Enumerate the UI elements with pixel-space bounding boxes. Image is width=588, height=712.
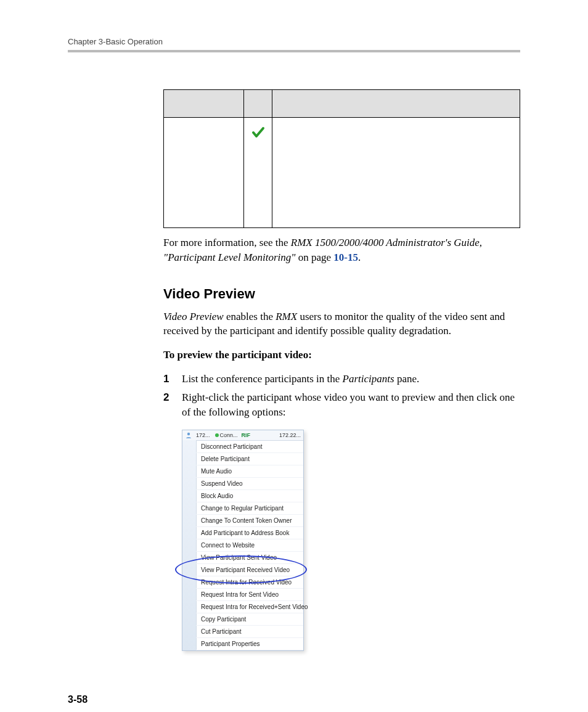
text: 172.22... <box>279 432 301 438</box>
text: For more information, see the <box>163 237 291 248</box>
menu-item[interactable]: View Participant Received Video <box>196 564 303 576</box>
menu-item[interactable]: Suspend Video <box>196 478 303 490</box>
menu-item[interactable]: Request Intra for Received Video <box>196 576 303 589</box>
menu-item[interactable]: Request Intra for Sent Video <box>196 589 303 601</box>
header-rule <box>68 50 520 52</box>
text: on page <box>295 252 333 263</box>
text: pane. <box>394 373 420 385</box>
text: List the conference participants in the <box>182 373 343 385</box>
check-icon <box>251 125 266 140</box>
participant-row: 172... Conn... RIF 172.22... <box>182 430 303 441</box>
participant-icon <box>185 432 192 439</box>
step-number: 2 <box>163 390 182 405</box>
term: Video Preview <box>163 311 224 322</box>
page-ref-link[interactable]: 10-15 <box>333 252 358 263</box>
intro-paragraph: Video Preview enables the RMX users to m… <box>163 309 520 339</box>
svg-point-1 <box>215 433 219 437</box>
menu-item[interactable]: Participant Properties <box>196 638 303 650</box>
menu-item[interactable]: Delete Participant <box>196 453 303 465</box>
procedure-steps: 1 List the conference participants in th… <box>163 372 520 419</box>
table-cell-check <box>244 118 272 228</box>
menu-item[interactable]: Add Participant to Address Book <box>196 527 303 539</box>
text: . <box>358 252 361 263</box>
menu-item[interactable]: Cut Participant <box>196 626 303 638</box>
svg-point-0 <box>187 432 190 435</box>
menu-item[interactable]: Copy Participant <box>196 613 303 626</box>
menu-item[interactable]: Mute Audio <box>196 465 303 478</box>
table-header-cell <box>164 90 244 118</box>
term: Participants <box>343 373 394 385</box>
table-header-cell <box>244 90 272 118</box>
chapter-header: Chapter 3-Basic Operation <box>68 37 520 46</box>
status-dot-icon <box>214 432 220 438</box>
menu-item[interactable]: Change to Regular Participant <box>196 502 303 515</box>
step: 2 Right-click the participant whose vide… <box>163 390 520 420</box>
menu-item[interactable]: Request Intra for Received+Sent Video <box>196 601 303 613</box>
context-menu-screenshot: 172... Conn... RIF 172.22... Disconnect … <box>182 430 520 651</box>
step: 1 List the conference participants in th… <box>163 372 520 387</box>
text: Conn... <box>220 432 238 438</box>
badge: RIF <box>242 432 251 438</box>
term: RMX <box>276 311 297 322</box>
menu-items: Disconnect Participant Delete Participan… <box>182 441 303 650</box>
text: 172... <box>196 432 210 438</box>
page-number: 3-58 <box>68 694 520 705</box>
step-number: 1 <box>163 372 182 387</box>
table-cell <box>164 118 244 228</box>
menu-item[interactable]: Change To Content Token Owner <box>196 515 303 527</box>
table-cell <box>272 118 520 228</box>
context-menu: 172... Conn... RIF 172.22... Disconnect … <box>182 430 304 651</box>
status-table <box>163 89 520 228</box>
menu-item[interactable]: Connect to Website <box>196 539 303 552</box>
step-text: List the conference participants in the … <box>182 372 419 387</box>
menu-item[interactable]: View Participant Sent Video <box>196 552 303 564</box>
step-text: Right-click the participant whose video … <box>182 390 520 420</box>
menu-item[interactable]: Block Audio <box>196 490 303 502</box>
menu-item[interactable]: Disconnect Participant <box>196 441 303 453</box>
reference-paragraph: For more information, see the RMX 1500/2… <box>163 235 520 265</box>
procedure-heading: To preview the participant video: <box>163 349 520 361</box>
table-header-cell <box>272 90 520 118</box>
section-heading: Video Preview <box>163 286 520 302</box>
text: Right-click the participant whose video … <box>182 391 515 418</box>
text: enables the <box>224 311 276 322</box>
